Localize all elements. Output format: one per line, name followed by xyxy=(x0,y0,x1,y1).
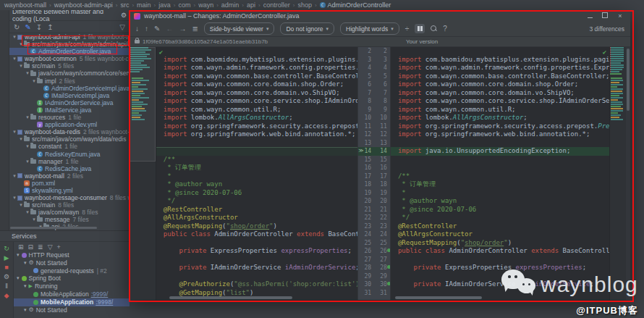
expander-icon[interactable]: ▾ xyxy=(25,158,30,165)
expander-icon[interactable]: ▾ xyxy=(17,251,20,259)
tree-row[interactable]: ▾resources1 file xyxy=(9,114,130,121)
tree-row[interactable]: ▾impl2 files xyxy=(9,78,130,85)
service-port-link[interactable]: :9998/ xyxy=(96,298,113,306)
expander-icon[interactable]: ▾ xyxy=(18,201,24,209)
breadcrumb-item[interactable]: java xyxy=(158,1,171,9)
group-icon[interactable]: ≣ xyxy=(38,243,43,251)
expander-icon[interactable]: ▾ xyxy=(12,128,17,135)
tree-row[interactable]: mpom.xml xyxy=(9,180,130,187)
tree-row[interactable]: ▾java/com/wayn8 files xyxy=(9,209,130,216)
right-minimap[interactable] xyxy=(609,47,626,300)
whitespace-select[interactable]: Do not ignore▾ xyxy=(280,22,334,35)
expander-icon[interactable]: ▾ xyxy=(25,143,30,150)
tree-row[interactable]: Sskywalking.yml xyxy=(9,187,130,194)
diff-change-marker[interactable]: ≫ xyxy=(358,147,363,156)
edit-source-icon[interactable]: ✎ xyxy=(154,25,160,33)
gear-icon[interactable]: ⚙ xyxy=(121,12,127,19)
tree-row[interactable]: ▾src/main/java/com/wayn/admin/api/contro… xyxy=(9,41,130,48)
breadcrumb-item[interactable]: shop xyxy=(297,1,312,9)
expander-icon[interactable]: ▾ xyxy=(12,55,17,62)
tree-row[interactable]: ▾src/main/java/com/wayn/data/redis2 file… xyxy=(9,135,130,143)
left-hscrollbar[interactable] xyxy=(156,296,357,299)
breadcrumb-item[interactable]: controller xyxy=(263,1,290,9)
prev-file-icon[interactable]: ← xyxy=(166,25,173,33)
tree-row[interactable]: ▾waynboot-mall2 files xyxy=(9,172,130,180)
service-row[interactable]: ▾▶Running xyxy=(14,283,130,290)
rerun-icon[interactable]: ↻ xyxy=(4,245,9,252)
maximize-button[interactable] xyxy=(599,12,611,20)
add-service-icon[interactable]: + xyxy=(57,243,61,251)
dialog-titlebar[interactable]: waynboot-mall – Changes: AdminOrderContr… xyxy=(130,11,630,21)
compare-settings-icon[interactable]: ≣ xyxy=(192,25,198,33)
tree-row[interactable]: ▾message7 files xyxy=(9,216,130,223)
breadcrumb-item[interactable]: wayn xyxy=(198,1,213,9)
service-port-link[interactable]: :9999/ xyxy=(91,290,109,298)
viewer-mode-select[interactable]: Side-by-side viewer▾ xyxy=(204,22,275,35)
expand-icon[interactable]: ↥ xyxy=(47,23,53,31)
breadcrumb-item[interactable]: waynboot-admin-api xyxy=(54,1,113,9)
minimize-button[interactable] xyxy=(584,12,596,20)
run-icon[interactable]: ▶ xyxy=(4,254,9,261)
tree-row[interactable]: IIMailService.java xyxy=(9,106,130,114)
filter-icon[interactable]: ▽ xyxy=(119,23,125,31)
expander-icon[interactable]: ▾ xyxy=(12,33,17,41)
right-editor[interactable]: ✔ import com.baomidou.mybatisplus.extens… xyxy=(391,47,609,300)
expander-icon[interactable]: ▾ xyxy=(12,194,17,201)
hotswap-icon[interactable]: ◆ xyxy=(4,292,9,299)
expander-icon[interactable]: ▾ xyxy=(17,275,20,283)
service-row[interactable]: ▾⚙Not Started xyxy=(14,259,130,267)
tree-row[interactable]: ▾src/main5 files xyxy=(9,62,130,70)
breadcrumb-item[interactable]: src xyxy=(120,1,129,9)
expand-all-icon[interactable]: ⊞ xyxy=(18,243,24,251)
tree-row[interactable]: CAdminOrderController.java xyxy=(9,48,130,55)
breadcrumb-item[interactable]: waynboot-mall xyxy=(4,1,46,9)
expander-icon[interactable]: ▾ xyxy=(25,114,30,121)
highlight-select[interactable]: Highlight words▾ xyxy=(340,22,399,35)
collapse-icon[interactable]: ↧ xyxy=(36,23,42,31)
expander-icon[interactable]: ▾ xyxy=(18,135,24,143)
breadcrumb-item[interactable]: admin xyxy=(221,1,240,9)
service-row[interactable]: ▾Spring Boot xyxy=(14,275,130,283)
right-hscrollbar[interactable] xyxy=(391,296,609,299)
tree-row[interactable]: ▾manager1 file xyxy=(9,158,130,165)
tree-row[interactable]: IIAdminOrderService.java xyxy=(9,99,130,106)
service-row[interactable]: MobileApplication:9999/ xyxy=(14,290,130,298)
expander-icon[interactable]: ▾ xyxy=(25,70,30,77)
search-icon[interactable] xyxy=(431,25,437,32)
tree-row[interactable]: ▾src/main8 files xyxy=(9,201,130,209)
tree-row[interactable]: CRedisKeyEnum.java xyxy=(9,151,130,158)
close-button[interactable]: × xyxy=(614,12,626,20)
tree-row[interactable]: ▾waynboot-admin-api1 file waynboot-admin… xyxy=(9,33,130,41)
tree-row[interactable]: ▾waynboot-message-consumer8 files waynbo… xyxy=(9,194,130,201)
expander-icon[interactable]: ▾ xyxy=(24,259,27,267)
wrench-icon[interactable]: ⚙ xyxy=(4,273,9,280)
collapse-all-icon[interactable]: ⊟ xyxy=(28,243,34,251)
expander-icon[interactable]: ▾ xyxy=(31,216,37,223)
service-row[interactable]: ▾⚙Not Started xyxy=(14,306,130,314)
diff-vscrollbar[interactable] xyxy=(626,47,630,300)
left-editor[interactable]: ✔ import com.baomidou.mybatisplus.extens… xyxy=(156,47,357,300)
service-row[interactable]: generated-requests | #2 xyxy=(14,267,130,275)
tree-row[interactable]: CRedisCache.java xyxy=(9,165,130,172)
expander-icon[interactable]: ▾ xyxy=(25,209,30,216)
tree-row[interactable]: yapplication-dev.yml xyxy=(9,121,130,128)
tree-horizontal-scrollbar[interactable] xyxy=(10,227,97,229)
tree-row[interactable]: CAdminOrderServiceImpl.java xyxy=(9,85,130,92)
service-row[interactable]: ▾HTTP Request xyxy=(14,251,130,259)
edit-icon[interactable]: ✎ xyxy=(25,23,30,31)
previous-difference-icon[interactable]: ↑ xyxy=(145,25,148,33)
split-view-toggle[interactable] xyxy=(415,24,425,33)
tree-row[interactable]: CIMailServiceImpl.java xyxy=(9,92,130,99)
next-difference-icon[interactable]: ↓ xyxy=(135,25,139,33)
breadcrumb-item[interactable]: com xyxy=(178,1,190,9)
filter-icon[interactable]: ▽ xyxy=(48,243,53,251)
expander-icon[interactable]: ▾ xyxy=(24,283,27,290)
whitespace-icon[interactable]: ÷ xyxy=(405,25,410,33)
refresh-icon[interactable]: ↻ xyxy=(14,23,20,31)
stop-icon[interactable]: ■ xyxy=(4,264,8,271)
breadcrumb-item[interactable]: api xyxy=(247,1,255,9)
next-file-icon[interactable]: → xyxy=(179,25,186,33)
breadcrumb-current-file[interactable]: CAdminOrderController xyxy=(320,1,391,9)
service-row[interactable]: MobileApplication:9998/ xyxy=(14,298,130,306)
expander-icon[interactable]: ▾ xyxy=(31,78,37,85)
